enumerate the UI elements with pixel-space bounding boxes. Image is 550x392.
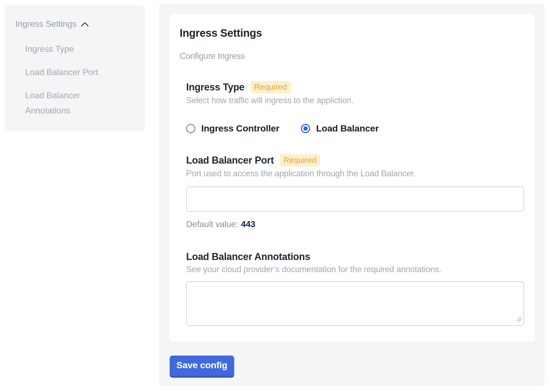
radio-label-ingress-controller: Ingress Controller bbox=[201, 123, 279, 134]
annotations-textarea[interactable] bbox=[186, 281, 524, 326]
ingress-type-description: Select how traffic will ingress to the a… bbox=[186, 95, 524, 106]
load-balancer-port-input[interactable] bbox=[186, 187, 524, 212]
required-badge: Required bbox=[280, 154, 320, 167]
settings-card: Ingress Settings Configure Ingress Ingre… bbox=[170, 14, 535, 342]
sidebar-item-ingress-type[interactable]: Ingress Type bbox=[25, 41, 117, 56]
radio-label-load-balancer: Load Balancer bbox=[316, 123, 379, 134]
section-load-balancer-annotations: Load Balancer Annotations See your cloud… bbox=[186, 251, 524, 326]
form-sections: Ingress Type Required Select how traffic… bbox=[186, 81, 524, 326]
sidebar-item-load-balancer-port[interactable]: Load Balancer Port bbox=[25, 65, 117, 80]
section-load-balancer-port: Load Balancer Port Required Port used to… bbox=[186, 154, 524, 229]
ingress-type-radio-group: Ingress Controller Load Balancer bbox=[186, 123, 524, 134]
annotations-textarea-wrap bbox=[186, 281, 524, 326]
sidebar-nav: Ingress Type Load Balancer Port Load Bal… bbox=[25, 41, 117, 118]
ingress-type-label: Ingress Type bbox=[186, 82, 244, 93]
radio-option-load-balancer[interactable]: Load Balancer bbox=[301, 123, 379, 134]
sidebar-section-label: Ingress Settings bbox=[15, 19, 76, 29]
sidebar-item-load-balancer-annotations[interactable]: Load Balancer Annotations bbox=[25, 88, 117, 118]
default-value-label: Default value: bbox=[186, 219, 238, 229]
page-subtitle: Configure Ingress bbox=[180, 51, 519, 62]
save-config-button[interactable]: Save config bbox=[170, 356, 234, 378]
main-panel: Ingress Settings Configure Ingress Ingre… bbox=[159, 4, 545, 386]
radio-button-load-balancer[interactable] bbox=[301, 124, 310, 133]
required-badge: Required bbox=[250, 81, 291, 93]
default-value-row: Default value:443 bbox=[186, 219, 524, 229]
load-balancer-port-label: Load Balancer Port bbox=[186, 155, 274, 166]
chevron-up-icon bbox=[81, 19, 89, 29]
radio-option-ingress-controller[interactable]: Ingress Controller bbox=[186, 123, 279, 134]
sidebar: Ingress Settings Ingress Type Load Balan… bbox=[5, 5, 145, 131]
sidebar-section-ingress-settings[interactable]: Ingress Settings bbox=[15, 19, 134, 29]
load-balancer-annotations-description: See your cloud provider’s documentation … bbox=[186, 264, 524, 275]
load-balancer-port-description: Port used to access the application thro… bbox=[186, 168, 524, 179]
radio-button-ingress-controller[interactable] bbox=[186, 124, 195, 133]
page-title: Ingress Settings bbox=[180, 26, 519, 39]
default-value: 443 bbox=[241, 219, 255, 229]
page: { "sidebar": { "header_label": "Ingress … bbox=[0, 0, 550, 392]
section-ingress-type: Ingress Type Required Select how traffic… bbox=[186, 81, 524, 134]
load-balancer-annotations-label: Load Balancer Annotations bbox=[186, 251, 310, 262]
